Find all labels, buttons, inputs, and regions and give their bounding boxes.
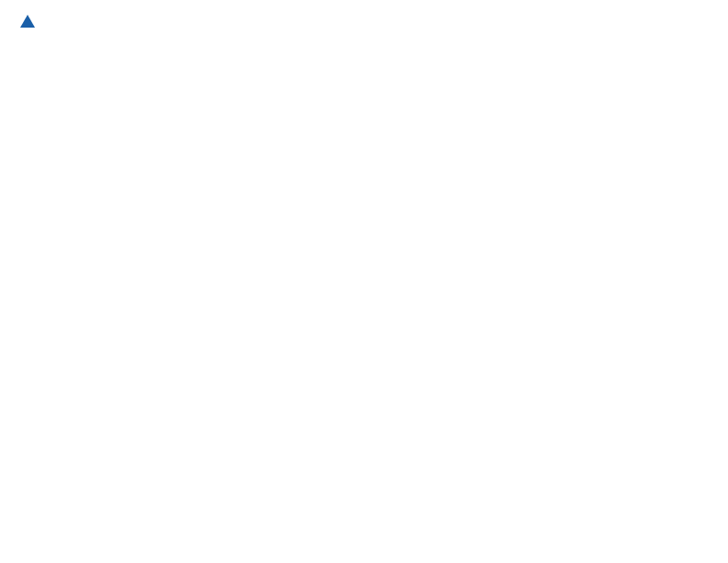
logo-triangle-icon bbox=[20, 15, 35, 28]
header bbox=[18, 18, 710, 28]
logo bbox=[18, 18, 35, 28]
